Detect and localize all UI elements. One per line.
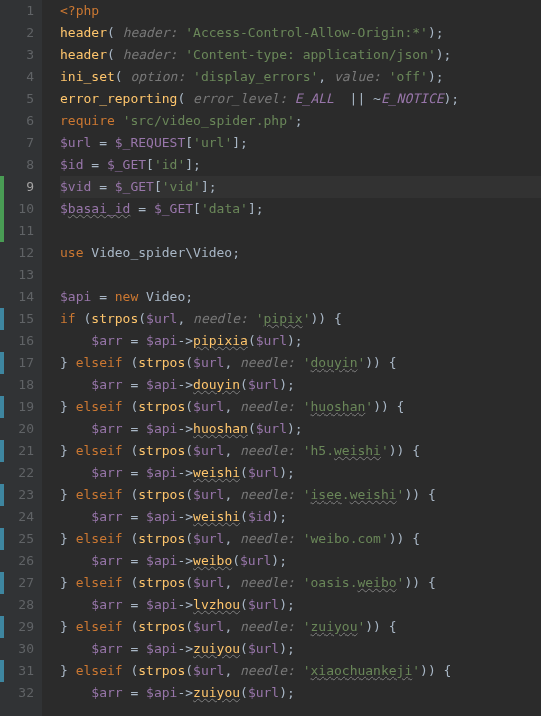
code-line[interactable]: header( header: 'Content-type: applicati… (60, 44, 541, 66)
token: weishi (350, 487, 397, 502)
line-number[interactable]: 32 (0, 682, 34, 704)
line-number[interactable]: 8 (0, 154, 34, 176)
line-number[interactable]: 1 (0, 0, 34, 22)
token: $arr (91, 333, 122, 348)
token: strpos (138, 663, 185, 678)
code-area[interactable]: <?phpheader( header: 'Access-Control-All… (42, 0, 541, 716)
code-line[interactable]: $id = $_GET['id']; (60, 154, 541, 176)
line-number[interactable]: 30 (0, 638, 34, 660)
line-number[interactable]: 22 (0, 462, 34, 484)
line-number[interactable]: 14 (0, 286, 34, 308)
token: zuiyou (311, 619, 358, 634)
line-number[interactable]: 31 (0, 660, 34, 682)
code-line[interactable]: $basai_id = $_GET['data']; (60, 198, 541, 220)
token: ( (185, 355, 193, 370)
line-number[interactable]: 7 (0, 132, 34, 154)
line-number[interactable]: 26 (0, 550, 34, 572)
line-number[interactable]: 13 (0, 264, 34, 286)
token: $arr (91, 597, 122, 612)
code-line[interactable]: } elseif (strpos($url, needle: 'huoshan'… (60, 396, 541, 418)
code-line[interactable]: $arr = $api->pipixia($url); (60, 330, 541, 352)
token: value: (334, 69, 389, 84)
token: , (224, 531, 240, 546)
token: 'weibo.com' (303, 531, 389, 546)
line-number[interactable]: 15 (0, 308, 34, 330)
line-number[interactable]: 24 (0, 506, 34, 528)
code-line[interactable]: $arr = $api->weishi($url); (60, 462, 541, 484)
code-line[interactable]: } elseif (strpos($url, needle: 'weibo.co… (60, 528, 541, 550)
line-number[interactable]: 10 (0, 198, 34, 220)
code-line[interactable]: ini_set( option: 'display_errors', value… (60, 66, 541, 88)
token: = (123, 597, 146, 612)
change-marker (0, 484, 4, 506)
line-number[interactable]: 6 (0, 110, 34, 132)
token: Video; (146, 289, 193, 304)
code-line[interactable]: <?php (60, 0, 541, 22)
code-line[interactable]: } elseif (strpos($url, needle: 'xiaochua… (60, 660, 541, 682)
token: = (91, 179, 114, 194)
code-line[interactable]: $arr = $api->weishi($id); (60, 506, 541, 528)
token: ( (185, 619, 193, 634)
code-editor[interactable]: 1234567891011121314151617181920212223242… (0, 0, 541, 716)
token: lvzhou (193, 597, 240, 612)
token: $arr (91, 421, 122, 436)
line-number[interactable]: 29 (0, 616, 34, 638)
line-number[interactable]: 16 (0, 330, 34, 352)
token: ( (248, 333, 256, 348)
code-line[interactable]: } elseif (strpos($url, needle: 'douyin')… (60, 352, 541, 374)
line-number-gutter[interactable]: 1234567891011121314151617181920212223242… (0, 0, 42, 716)
line-number[interactable]: 11 (0, 220, 34, 242)
token (60, 333, 91, 348)
code-line[interactable]: use Video_spider\Video; (60, 242, 541, 264)
change-marker (0, 440, 4, 462)
line-number[interactable]: 2 (0, 22, 34, 44)
code-line[interactable]: $arr = $api->huoshan($url); (60, 418, 541, 440)
line-number[interactable]: 5 (0, 88, 34, 110)
token: elseif (76, 399, 131, 414)
token (60, 685, 91, 700)
token: ( (107, 47, 123, 62)
token: ( (240, 465, 248, 480)
line-number[interactable]: 18 (0, 374, 34, 396)
token: ( (240, 685, 248, 700)
code-line[interactable] (60, 264, 541, 286)
token: )) { (420, 663, 451, 678)
code-line[interactable]: $arr = $api->zuiyou($url); (60, 638, 541, 660)
code-line[interactable]: $arr = $api->lvzhou($url); (60, 594, 541, 616)
token: )) { (389, 531, 420, 546)
code-line[interactable]: error_reporting( error_level: E_ALL || ~… (60, 88, 541, 110)
token: $url (248, 685, 279, 700)
line-number[interactable]: 17 (0, 352, 34, 374)
token: xiaochuankeji (311, 663, 413, 678)
token: 'h5. (303, 443, 334, 458)
line-number[interactable]: 25 (0, 528, 34, 550)
code-line[interactable] (60, 220, 541, 242)
line-number[interactable]: 12 (0, 242, 34, 264)
line-number[interactable]: 23 (0, 484, 34, 506)
line-number[interactable]: 9 (0, 176, 34, 198)
code-line[interactable]: } elseif (strpos($url, needle: 'oasis.we… (60, 572, 541, 594)
code-line[interactable]: require 'src/video_spider.php'; (60, 110, 541, 132)
line-number[interactable]: 21 (0, 440, 34, 462)
line-number[interactable]: 28 (0, 594, 34, 616)
line-number[interactable]: 20 (0, 418, 34, 440)
code-line[interactable]: $api = new Video; (60, 286, 541, 308)
line-number[interactable]: 3 (0, 44, 34, 66)
line-number[interactable]: 19 (0, 396, 34, 418)
line-number[interactable]: 27 (0, 572, 34, 594)
code-line[interactable]: header( header: 'Access-Control-Allow-Or… (60, 22, 541, 44)
code-line[interactable]: } elseif (strpos($url, needle: 'h5.weish… (60, 440, 541, 462)
code-line[interactable]: $arr = $api->douyin($url); (60, 374, 541, 396)
token: )) { (365, 619, 396, 634)
code-line[interactable]: $url = $_REQUEST['url']; (60, 132, 541, 154)
line-number[interactable]: 4 (0, 66, 34, 88)
code-line[interactable]: } elseif (strpos($url, needle: 'zuiyou')… (60, 616, 541, 638)
code-line[interactable]: $arr = $api->zuiyou($url); (60, 682, 541, 704)
code-line[interactable]: if (strpos($url, needle: 'pipix')) { (60, 308, 541, 330)
token: $ (60, 201, 68, 216)
code-line[interactable]: $arr = $api->weibo($url); (60, 550, 541, 572)
code-line[interactable]: } elseif (strpos($url, needle: 'isee.wei… (60, 484, 541, 506)
token: strpos (138, 487, 185, 502)
change-marker (0, 198, 4, 220)
code-line[interactable]: $vid = $_GET['vid']; (60, 176, 541, 198)
